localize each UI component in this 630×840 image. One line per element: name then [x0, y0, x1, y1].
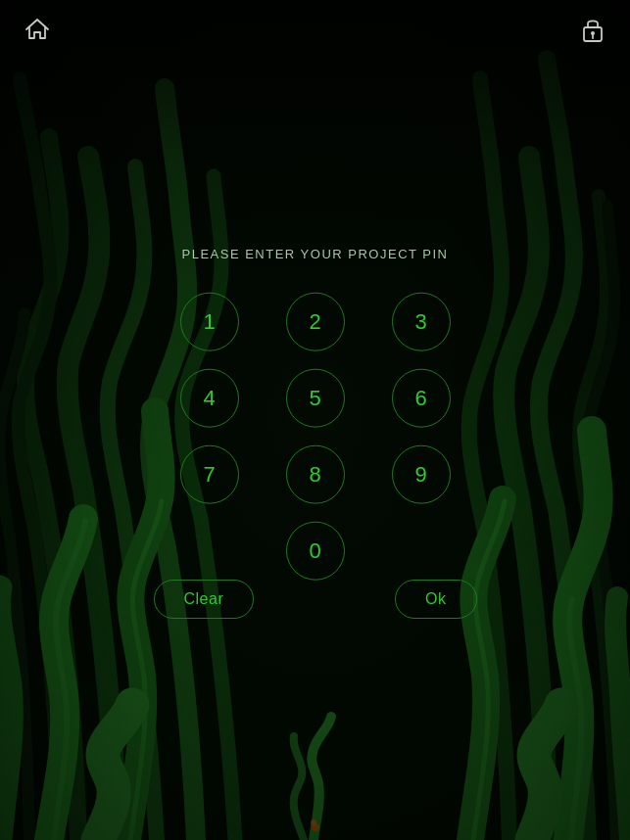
clear-button[interactable]: Clear	[154, 580, 255, 619]
toolbar	[0, 0, 630, 59]
key-4[interactable]: 4	[180, 369, 239, 428]
key-3[interactable]: 3	[392, 293, 451, 351]
lock-button[interactable]	[575, 12, 610, 47]
prompt-text: PLEASE ENTER YOUR PROJECT PIN	[181, 247, 448, 261]
pin-area: PLEASE ENTER YOUR PROJECT PIN 1 2 3 4 5 …	[180, 247, 451, 581]
key-6[interactable]: 6	[392, 369, 451, 428]
ok-button[interactable]: Ok	[395, 580, 476, 619]
home-icon	[24, 16, 51, 43]
key-0[interactable]: 0	[286, 522, 345, 581]
key-8[interactable]: 8	[286, 445, 345, 504]
app-container: PLEASE ENTER YOUR PROJECT PIN 1 2 3 4 5 …	[0, 0, 630, 840]
key-1[interactable]: 1	[180, 293, 239, 351]
home-button[interactable]	[20, 12, 55, 47]
key-7[interactable]: 7	[180, 445, 239, 504]
key-5[interactable]: 5	[286, 369, 345, 428]
key-2[interactable]: 2	[286, 293, 345, 351]
key-9[interactable]: 9	[392, 445, 451, 504]
action-row: Clear Ok	[154, 580, 477, 619]
lock-icon	[580, 16, 606, 43]
keypad: 1 2 3 4 5 6 7 8 9 0	[180, 293, 451, 581]
